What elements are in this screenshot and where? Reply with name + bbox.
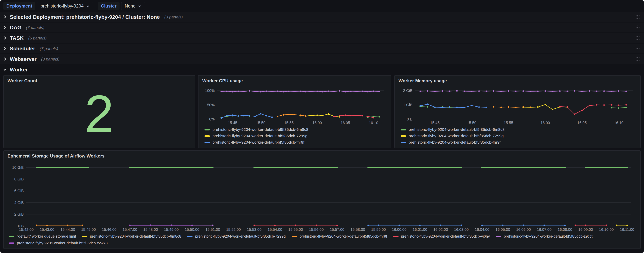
worker-panels-row: Worker Count 2 Worker CPU usage 0%50%100…	[4, 75, 640, 148]
worker-memory-chart[interactable]: 0 B1 GiB2 GiB15:4515:5015:5516:0016:0516…	[398, 84, 636, 126]
legend-item[interactable]: prehistoric-flyby-9204-worker-default-bf…	[292, 233, 387, 240]
legend-series-label: "default" worker queue storage limit	[17, 233, 76, 240]
row-header-webserver[interactable]: Webserver (3 panels)	[0, 54, 644, 64]
legend-item[interactable]: prehistoric-flyby-9204-worker-default-bf…	[401, 139, 636, 146]
variable-cluster: Cluster None	[98, 2, 145, 10]
legend-series-color	[9, 236, 14, 237]
svg-text:15:50: 15:50	[256, 121, 266, 125]
variable-value-deployment: prehistoric-flyby-9204	[40, 4, 84, 9]
legend-item[interactable]: prehistoric-flyby-9204-worker-default-bf…	[496, 233, 592, 240]
panel-title[interactable]: Worker Memory usage	[398, 78, 636, 84]
legend-series-color	[401, 129, 406, 130]
svg-text:15:54:00: 15:54:00	[268, 228, 282, 232]
worker-cpu-chart[interactable]: 0%50%100%15:4515:5015:5516:0016:0516:10	[202, 84, 387, 126]
ephemeral-storage-chart[interactable]: 0 B2 GiB4 GiB6 GiB8 GiB10 GiB15:42:0015:…	[8, 160, 636, 233]
variable-label-cluster[interactable]: Cluster	[98, 2, 120, 10]
legend-series-label: prehistoric-flyby-9204-worker-default-bf…	[90, 233, 181, 240]
svg-text:15:50: 15:50	[467, 121, 476, 125]
svg-text:15:59:00: 15:59:00	[371, 228, 386, 232]
worker-count-value: 2	[8, 82, 191, 146]
legend-item[interactable]: prehistoric-flyby-9204-worker-default-bf…	[204, 126, 387, 133]
legend-series-label: prehistoric-flyby-9204-worker-default-bf…	[212, 133, 307, 139]
svg-text:0 B: 0 B	[407, 117, 412, 121]
svg-text:15:49:00: 15:49:00	[164, 228, 179, 232]
legend-item[interactable]: prehistoric-flyby-9204-worker-default-bf…	[401, 126, 636, 133]
svg-text:10 GiB: 10 GiB	[12, 166, 24, 170]
svg-text:16:09:00: 16:09:00	[578, 228, 593, 232]
legend-series-color	[204, 142, 210, 143]
legend-series-color	[496, 236, 501, 237]
row-header-selected-deployment[interactable]: Selected Deployment: prehistoric-flyby-9…	[0, 12, 644, 22]
legend-series-color	[292, 236, 297, 237]
legend-item[interactable]: prehistoric-flyby-9204-worker-default-bf…	[393, 233, 490, 240]
drag-handle-icon[interactable]	[635, 36, 640, 40]
row-panel-count: (3 panels)	[164, 15, 183, 19]
svg-text:0%: 0%	[209, 117, 215, 121]
svg-text:16:10:00: 16:10:00	[599, 228, 614, 232]
legend-series-color	[401, 135, 406, 137]
legend-series-label: prehistoric-flyby-9204-worker-default-bf…	[504, 233, 592, 240]
svg-text:50%: 50%	[207, 103, 215, 107]
legend-item[interactable]: prehistoric-flyby-9204-worker-default-bf…	[204, 133, 387, 139]
legend-item[interactable]: prehistoric-flyby-9204-worker-default-bf…	[82, 233, 181, 240]
drag-handle-icon[interactable]	[635, 15, 640, 19]
panel-title[interactable]: Ephemeral Storage Usage of Airflow Worke…	[8, 153, 636, 159]
ephemeral-storage-legend: "default" worker queue storage limitpreh…	[8, 233, 636, 247]
svg-text:16:10: 16:10	[614, 121, 624, 125]
svg-text:15:55: 15:55	[504, 121, 513, 125]
legend-series-label: prehistoric-flyby-9204-worker-default-bf…	[409, 126, 504, 133]
chevron-right-icon	[3, 36, 7, 40]
svg-text:15:45: 15:45	[430, 121, 440, 125]
variable-select-cluster[interactable]: None	[121, 2, 145, 10]
svg-text:16:04:00: 16:04:00	[475, 228, 490, 232]
svg-text:8 GiB: 8 GiB	[14, 177, 24, 181]
row-header-dag[interactable]: DAG (7 panels)	[0, 22, 644, 32]
variable-label-deployment[interactable]: Deployment	[4, 2, 35, 10]
row-title: DAG	[10, 24, 22, 30]
panel-worker-memory-usage: Worker Memory usage 0 B1 GiB2 GiB15:4515…	[394, 75, 640, 148]
drag-handle-icon[interactable]	[635, 46, 640, 51]
svg-text:16:05: 16:05	[577, 121, 587, 125]
row-header-task[interactable]: TASK (6 panels)	[0, 33, 644, 43]
legend-item[interactable]: prehistoric-flyby-9204-worker-default-bf…	[187, 233, 286, 240]
svg-text:15:56:00: 15:56:00	[309, 228, 324, 232]
variable-deployment: Deployment prehistoric-flyby-9204	[4, 2, 94, 10]
svg-text:15:42:00: 15:42:00	[19, 228, 34, 232]
svg-text:4 GiB: 4 GiB	[14, 200, 24, 205]
panel-worker-cpu-usage: Worker CPU usage 0%50%100%15:4515:5015:5…	[198, 75, 391, 148]
legend-series-label: prehistoric-flyby-9204-worker-default-bf…	[300, 233, 387, 240]
svg-text:15:57:00: 15:57:00	[330, 228, 344, 232]
legend-series-color	[401, 142, 406, 143]
row-title: TASK	[10, 35, 24, 41]
panel-worker-count: Worker Count 2	[4, 75, 195, 148]
row-header-scheduler[interactable]: Scheduler (7 panels)	[0, 44, 644, 54]
legend-series-color	[9, 242, 14, 244]
svg-text:15:55:00: 15:55:00	[288, 228, 303, 232]
variables-bar: Deployment prehistoric-flyby-9204 Cluste…	[0, 0, 644, 12]
panel-title[interactable]: Worker CPU usage	[202, 78, 387, 84]
svg-text:15:53:00: 15:53:00	[247, 228, 262, 232]
legend-item[interactable]: "default" worker queue storage limit	[9, 233, 76, 240]
row-panel-count: (7 panels)	[26, 25, 44, 30]
svg-text:16:08:00: 16:08:00	[558, 228, 572, 232]
chevron-right-icon	[3, 15, 7, 19]
grafana-dashboard-window: Deployment prehistoric-flyby-9204 Cluste…	[0, 0, 644, 253]
legend-item[interactable]: prehistoric-flyby-9204-worker-default-bf…	[401, 133, 636, 139]
drag-handle-icon[interactable]	[635, 25, 640, 30]
row-header-worker[interactable]: Worker	[0, 65, 644, 74]
svg-text:16:05:00: 16:05:00	[496, 228, 510, 232]
svg-text:2 GiB: 2 GiB	[403, 88, 412, 93]
legend-item[interactable]: prehistoric-flyby-9204-worker-default-bf…	[9, 240, 108, 246]
svg-text:16:00: 16:00	[540, 121, 550, 125]
legend-series-label: prehistoric-flyby-9204-worker-default-bf…	[409, 133, 504, 139]
svg-text:15:48:00: 15:48:00	[143, 228, 158, 232]
variable-select-deployment[interactable]: prehistoric-flyby-9204	[37, 2, 93, 10]
worker-cpu-legend: prehistoric-flyby-9204-worker-default-bf…	[202, 126, 387, 146]
row-title: Worker	[10, 66, 28, 72]
svg-text:16:00: 16:00	[312, 121, 322, 125]
legend-series-label: prehistoric-flyby-9204-worker-default-bf…	[212, 126, 308, 133]
legend-series-color	[204, 129, 210, 130]
legend-item[interactable]: prehistoric-flyby-9204-worker-default-bf…	[204, 139, 387, 146]
drag-handle-icon[interactable]	[635, 57, 640, 61]
svg-text:16:01:00: 16:01:00	[412, 228, 427, 232]
